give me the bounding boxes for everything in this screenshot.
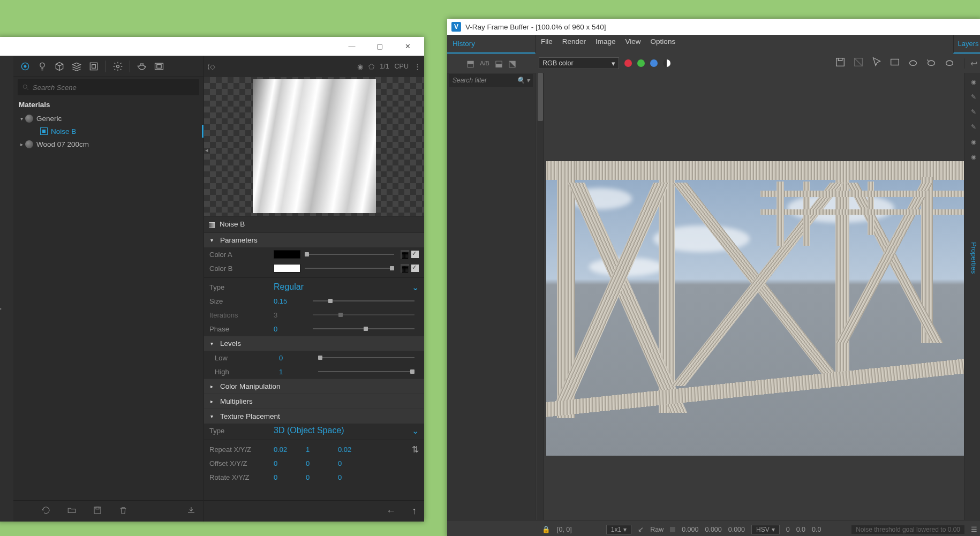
- close-button[interactable]: ✕: [394, 37, 421, 56]
- eye2-icon[interactable]: ◉: [969, 137, 978, 147]
- region-render-icon[interactable]: [152, 59, 167, 74]
- blue-channel-icon[interactable]: [650, 59, 658, 67]
- green-channel-icon[interactable]: [637, 59, 645, 67]
- history-search[interactable]: Search filter 🔍 ▾: [449, 74, 533, 87]
- grid-selector[interactable]: 1x1▾: [606, 525, 631, 534]
- tree-item-wood[interactable]: ▸ Wood 07 200cm: [13, 138, 203, 150]
- checkbox[interactable]: [411, 265, 419, 272]
- folder-open-icon[interactable]: [67, 505, 77, 517]
- window-title: V-Ray Frame Buffer - [100.0% of 960 x 54…: [465, 23, 606, 31]
- checkbox[interactable]: [411, 251, 419, 258]
- mono-channel-icon[interactable]: [663, 59, 670, 67]
- load-b-icon[interactable]: ⬔: [508, 58, 516, 69]
- texture-slot-icon[interactable]: ▦: [401, 264, 409, 273]
- expand-rail-icon[interactable]: ▸: [0, 305, 2, 312]
- lock-icon[interactable]: 🔒: [542, 525, 551, 533]
- high-slider[interactable]: [318, 371, 414, 372]
- chevron-down-icon[interactable]: ⌄: [412, 282, 419, 292]
- cpu-label[interactable]: CPU: [395, 63, 409, 70]
- placement-type[interactable]: Type 3D (Object Space) ⌄: [204, 424, 424, 437]
- tree-item-noise-b[interactable]: Noise B: [13, 125, 203, 138]
- hierarchy-icon[interactable]: ▥: [208, 220, 215, 229]
- pencil2-icon[interactable]: ✎: [969, 107, 978, 117]
- cursor-icon[interactable]: [871, 56, 883, 70]
- color-mode-selector[interactable]: HSV▾: [751, 525, 780, 534]
- settings-toggle-icon[interactable]: ☰: [971, 525, 977, 533]
- properties-tab[interactable]: Properties: [970, 242, 978, 274]
- tree-item-generic[interactable]: ▾ Generic: [13, 112, 203, 125]
- material-preview[interactable]: ◂: [204, 77, 424, 216]
- back-icon[interactable]: ⟨◇: [207, 63, 215, 71]
- save-history-icon[interactable]: ⬒: [466, 58, 474, 69]
- up-arrow-icon[interactable]: ↑: [412, 505, 417, 517]
- add-layer-icon[interactable]: ↩: [970, 58, 977, 69]
- phase-slider[interactable]: [313, 328, 414, 329]
- raw-checkbox[interactable]: [670, 527, 675, 532]
- color-a-swatch[interactable]: [274, 250, 300, 259]
- section-levels[interactable]: ▾Levels: [204, 336, 424, 351]
- frame-icon[interactable]: [86, 59, 101, 74]
- channel-combo[interactable]: RGB color▾: [539, 57, 619, 69]
- save-image-icon[interactable]: [834, 56, 846, 70]
- clear-icon[interactable]: [853, 56, 864, 70]
- red-channel-icon[interactable]: [624, 59, 632, 67]
- ab-compare-icon[interactable]: A/B: [480, 60, 489, 66]
- layers-icon[interactable]: [69, 59, 84, 74]
- link-icon[interactable]: ⇅: [412, 444, 419, 455]
- teapot2-icon[interactable]: [907, 56, 919, 70]
- val3: 0.000: [728, 526, 745, 533]
- region-icon[interactable]: [889, 56, 901, 70]
- opts-icon[interactable]: ◉: [357, 63, 363, 71]
- refresh-icon[interactable]: [41, 505, 51, 517]
- search-input[interactable]: Search Scene: [18, 79, 199, 95]
- pencil-icon[interactable]: ✎: [969, 92, 978, 102]
- menu-options[interactable]: Options: [651, 37, 676, 46]
- home-icon[interactable]: [18, 59, 33, 74]
- expand-preview-icon[interactable]: ◂: [205, 147, 208, 154]
- maximize-button[interactable]: ▢: [366, 37, 394, 56]
- menu-image[interactable]: Image: [595, 37, 616, 46]
- size-slider[interactable]: [313, 300, 414, 301]
- teapot-icon[interactable]: [134, 59, 149, 74]
- minimize-button[interactable]: —: [338, 37, 366, 56]
- curve-icon[interactable]: ↙: [638, 525, 644, 533]
- section-parameters[interactable]: ▾Parameters: [204, 232, 424, 247]
- delete-icon[interactable]: [118, 505, 128, 517]
- pin-icon[interactable]: ⬠: [368, 63, 374, 71]
- menu-view[interactable]: View: [625, 37, 641, 46]
- low-slider[interactable]: [318, 357, 414, 358]
- color-b-slider[interactable]: [305, 268, 394, 269]
- menu-file[interactable]: File: [541, 37, 553, 46]
- menu-render[interactable]: Render: [562, 37, 586, 46]
- cube-icon[interactable]: [52, 59, 67, 74]
- color-a-slider[interactable]: [305, 254, 394, 255]
- teapot3-icon[interactable]: [944, 56, 955, 70]
- section-multipliers[interactable]: ▸Multipliers: [204, 394, 424, 409]
- light-icon[interactable]: [35, 59, 50, 74]
- param-type[interactable]: Type Regular ⌄: [204, 280, 424, 294]
- eye3-icon[interactable]: ◉: [969, 152, 978, 162]
- save-icon[interactable]: [93, 505, 102, 517]
- import-icon[interactable]: [186, 505, 196, 517]
- viewport-scrollbar[interactable]: [537, 73, 544, 520]
- eye-icon[interactable]: ◉: [969, 77, 978, 87]
- section-color-manipulation[interactable]: ▸Color Manipulation: [204, 379, 424, 394]
- color-b-swatch[interactable]: [274, 264, 300, 273]
- back-arrow-icon[interactable]: ←: [386, 505, 396, 517]
- chevron-down-icon[interactable]: ⌄: [412, 426, 419, 436]
- render-viewport[interactable]: [536, 73, 964, 520]
- history-tab[interactable]: History: [447, 35, 536, 54]
- chevron-down-icon[interactable]: ▾: [18, 116, 25, 122]
- layers-tab[interactable]: Layers: [953, 35, 980, 54]
- preview-toolbar: ⟨◇ ◉ ⬠ 1/1 CPU ⋮: [204, 56, 424, 77]
- load-a-icon[interactable]: ⬓: [495, 58, 503, 69]
- more-icon[interactable]: ⋮: [414, 63, 421, 71]
- bucket-icon[interactable]: [925, 56, 937, 70]
- titlebar[interactable]: V V-Ray Frame Buffer - [100.0% of 960 x …: [447, 19, 980, 35]
- gear-icon[interactable]: [110, 59, 125, 74]
- chevron-right-icon[interactable]: ▸: [18, 141, 25, 147]
- section-texture-placement[interactable]: ▾Texture Placement: [204, 409, 424, 424]
- pencil3-icon[interactable]: ✎: [969, 122, 978, 132]
- svg-point-17: [946, 61, 953, 65]
- texture-slot-icon[interactable]: ▦: [401, 250, 409, 259]
